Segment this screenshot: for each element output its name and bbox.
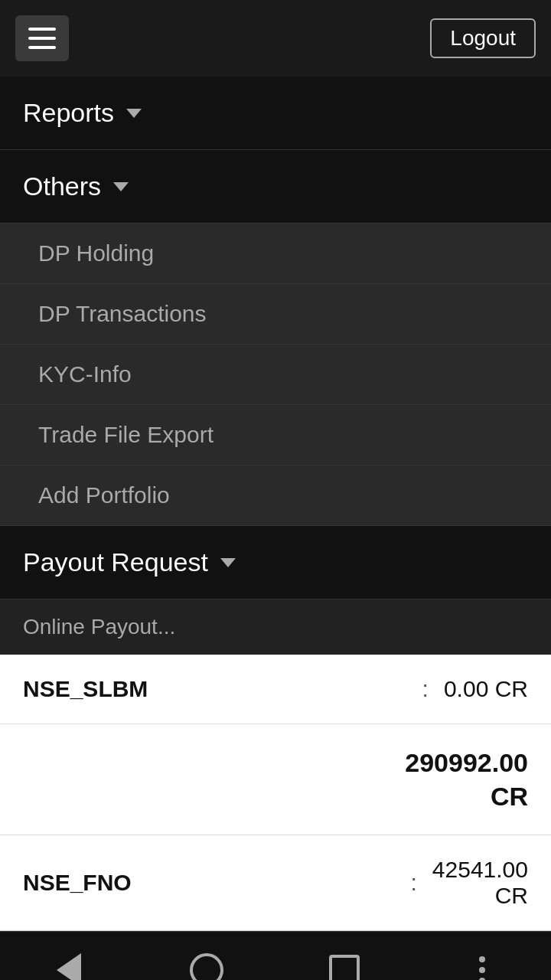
reports-nav-item[interactable]: Reports — [0, 77, 551, 150]
more-options-button[interactable] — [452, 947, 513, 980]
hamburger-line-1 — [28, 28, 56, 31]
nse-fno-separator: : — [411, 870, 417, 896]
nav-menu: Reports Others DP Holding DP Transaction… — [0, 77, 551, 655]
table-row: NSE_FNO : 42541.00CR — [0, 835, 551, 931]
nse-slbm-separator: : — [422, 676, 429, 702]
online-payout-partial-item[interactable]: Online Payout... — [0, 599, 551, 655]
reports-dropdown-arrow — [126, 109, 142, 118]
others-nav-item[interactable]: Others — [0, 150, 551, 224]
total-row: 290992.00CR — [0, 724, 551, 835]
more-options-icon — [479, 956, 485, 980]
back-icon — [57, 953, 81, 980]
submenu-item-kyc-info[interactable]: KYC-Info — [0, 345, 551, 405]
nse-slbm-label: NSE_SLBM — [23, 676, 407, 702]
recents-icon — [329, 955, 360, 980]
logout-button[interactable]: Logout — [430, 18, 536, 58]
nse-slbm-value: 0.00 CR — [444, 676, 528, 702]
header: Logout — [0, 0, 551, 77]
submenu-item-dp-transactions[interactable]: DP Transactions — [0, 284, 551, 345]
content-area: NSE_SLBM : 0.00 CR 290992.00CR NSE_FNO :… — [0, 655, 551, 931]
back-button[interactable] — [38, 947, 99, 980]
nse-fno-label: NSE_FNO — [23, 870, 396, 896]
recents-button[interactable] — [314, 947, 375, 980]
submenu-item-add-portfolio[interactable]: Add Portfolio — [0, 466, 551, 525]
others-section: Others DP Holding DP Transactions KYC-In… — [0, 150, 551, 525]
nse-fno-value: 42541.00CR — [432, 857, 528, 909]
total-value: 290992.00CR — [405, 746, 528, 813]
reports-label: Reports — [23, 98, 114, 128]
submenu-item-dp-holding[interactable]: DP Holding — [0, 224, 551, 284]
submenu-item-trade-file-export[interactable]: Trade File Export — [0, 405, 551, 466]
bottom-nav — [0, 931, 551, 980]
hamburger-line-3 — [28, 46, 56, 49]
others-dropdown-arrow — [113, 182, 129, 191]
home-icon — [190, 953, 223, 980]
others-label: Others — [23, 172, 101, 201]
hamburger-line-2 — [28, 37, 56, 40]
payout-request-label: Payout Request — [23, 547, 208, 577]
payout-request-nav-item[interactable]: Payout Request — [0, 525, 551, 599]
menu-button[interactable] — [15, 15, 69, 61]
others-submenu: DP Holding DP Transactions KYC-Info Trad… — [0, 224, 551, 525]
payout-dropdown-arrow — [220, 558, 236, 567]
table-row: NSE_SLBM : 0.00 CR — [0, 655, 551, 724]
home-button[interactable] — [176, 947, 237, 980]
